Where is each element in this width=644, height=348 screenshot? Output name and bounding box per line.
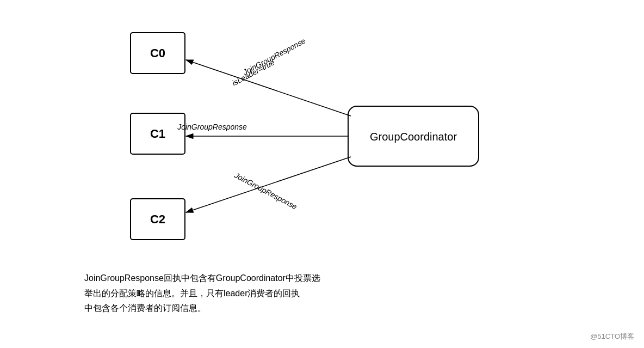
description-line3: 中包含各个消费者的订阅信息。 [84,301,320,315]
arrow-c2 [186,157,351,212]
description-line2: 举出的分配策略的信息。并且，只有leader消费者的回执 [84,286,320,301]
c0-label: C0 [150,46,165,60]
description-line1: JoinGroupResponse回执中包含有GroupCoordinator中… [84,271,320,285]
description-text: JoinGroupResponse回执中包含有GroupCoordinator中… [84,271,320,315]
arrow-c2-label: JoinGroupResponse [233,170,299,211]
arrow-c1-label: JoinGroupResponse [177,123,247,131]
gc-label: GroupCoordinator [370,131,457,143]
c1-label: C1 [150,127,165,141]
c2-label: C2 [150,212,165,226]
watermark: @51CTO博客 [590,332,634,341]
diagram-container: C0 C1 C2 GroupCoordinator JoinGroupRespo… [0,0,644,348]
